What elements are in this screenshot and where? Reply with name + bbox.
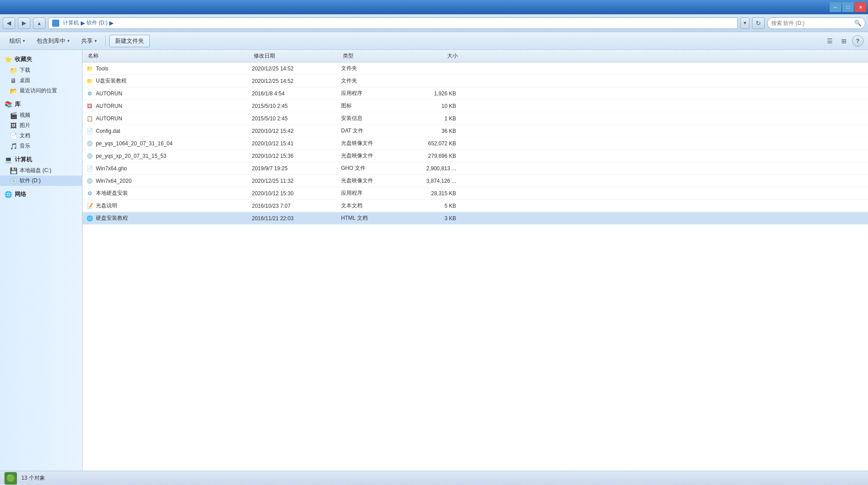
- file-size: 10 KB: [403, 103, 461, 109]
- status-count: 13 个对象: [21, 474, 45, 482]
- sidebar-header-favorites[interactable]: ⭐ 收藏夹: [0, 53, 82, 65]
- table-row[interactable]: ⚙ 本地硬盘安装 2020/10/12 15:30 应用程序 28,315 KB: [82, 187, 868, 200]
- video-label: 视频: [20, 111, 30, 119]
- table-row[interactable]: ⚙ AUTORUN 2016/1/8 4:54 应用程序 1,926 KB: [82, 87, 868, 100]
- sidebar-item-doc[interactable]: 📄 文档: [0, 131, 82, 141]
- file-type-icon: 🖼: [86, 103, 93, 110]
- network-label: 网络: [15, 190, 26, 198]
- view-grid-button[interactable]: ⊞: [838, 35, 850, 47]
- sidebar-item-music[interactable]: 🎵 音乐: [0, 141, 82, 151]
- recent-label: 最近访问的位置: [20, 87, 57, 95]
- table-row[interactable]: 📄 Win7x64.gho 2019/9/7 19:25 GHO 文件 2,90…: [82, 162, 868, 175]
- sidebar-item-local-c[interactable]: 💾 本地磁盘 (C:): [0, 165, 82, 176]
- file-type-icon: 📝: [86, 202, 93, 210]
- col-header-type[interactable]: 类型: [343, 52, 405, 60]
- table-row[interactable]: 💿 pe_yqs_1064_20_07_31_16_04 2020/10/12 …: [82, 137, 868, 150]
- file-type: 光盘映像文件: [341, 152, 403, 160]
- sidebar-item-download[interactable]: 📁 下载: [0, 65, 82, 75]
- download-icon: 📁: [10, 67, 17, 74]
- close-button[interactable]: ✕: [855, 2, 866, 12]
- file-type: GHO 文件: [341, 164, 403, 172]
- file-type: 文本文档: [341, 202, 403, 210]
- file-size: 1 KB: [403, 115, 461, 122]
- toolbar: 组织 ▾ 包含到库中 ▾ 共享 ▾ 新建文件夹 ☰ ⊞ ?: [0, 32, 868, 50]
- new-folder-button[interactable]: 新建文件夹: [109, 35, 150, 47]
- table-row[interactable]: 🖼 AUTORUN 2015/5/10 2:45 图标 10 KB: [82, 100, 868, 112]
- file-date: 2020/10/12 15:41: [252, 140, 341, 147]
- up-button[interactable]: ▲: [33, 17, 45, 29]
- back-button[interactable]: ◀: [3, 17, 15, 29]
- doc-label: 文档: [20, 132, 30, 140]
- download-label: 下载: [20, 66, 30, 74]
- organize-arrow: ▾: [23, 38, 25, 43]
- refresh-button[interactable]: ↻: [752, 17, 765, 29]
- search-icon[interactable]: 🔍: [854, 20, 861, 26]
- forward-button[interactable]: ▶: [18, 17, 30, 29]
- table-row[interactable]: 📝 光盘说明 2016/10/23 7:07 文本文档 5 KB: [82, 200, 868, 212]
- include-library-button[interactable]: 包含到库中 ▾: [32, 35, 74, 47]
- breadcrumb-computer[interactable]: 计算机: [63, 19, 79, 27]
- breadcrumb-drive[interactable]: 软件 (D:): [86, 19, 107, 27]
- sidebar: ⭐ 收藏夹 📁 下载 🖥 桌面 📂 最近访问的位置 📚 库: [0, 50, 82, 471]
- search-input[interactable]: [771, 20, 852, 26]
- file-name: AUTORUN: [96, 90, 122, 97]
- sidebar-header-library[interactable]: 📚 库: [0, 99, 82, 110]
- include-arrow: ▾: [67, 38, 70, 43]
- search-box: 🔍: [767, 17, 865, 29]
- main-layout: ⭐ 收藏夹 📁 下载 🖥 桌面 📂 最近访问的位置 📚 库: [0, 50, 868, 471]
- file-name-cell: ⚙ 本地硬盘安装: [82, 189, 252, 197]
- file-type: 光盘映像文件: [341, 177, 403, 185]
- share-button[interactable]: 共享 ▾: [76, 35, 102, 47]
- table-row[interactable]: 📁 Tools 2020/12/25 14:52 文件夹: [82, 62, 868, 75]
- breadcrumb-computer-icon: [52, 20, 59, 27]
- file-name: 本地硬盘安装: [96, 189, 128, 197]
- music-icon: 🎵: [10, 143, 17, 150]
- file-name: Tools: [96, 66, 108, 72]
- maximize-button[interactable]: □: [842, 2, 854, 12]
- file-name: pe_yqs_1064_20_07_31_16_04: [96, 140, 173, 147]
- file-name: 光盘说明: [96, 202, 117, 210]
- file-name-cell: 📁 Tools: [82, 65, 252, 72]
- help-button[interactable]: ?: [852, 35, 864, 47]
- file-type-icon: 📁: [86, 65, 93, 72]
- file-size: 1,926 KB: [403, 90, 461, 97]
- file-date: 2020/10/12 15:30: [252, 190, 341, 197]
- address-dropdown[interactable]: ▼: [740, 17, 749, 29]
- sidebar-header-computer[interactable]: 💻 计算机: [0, 154, 82, 165]
- minimize-button[interactable]: ─: [830, 2, 841, 12]
- sidebar-section-library: 📚 库 🎬 视频 🖼 图片 📄 文档 🎵 音乐: [0, 99, 82, 151]
- drive-c-icon: 💾: [10, 167, 17, 174]
- organize-button[interactable]: 组织 ▾: [4, 35, 30, 47]
- desktop-icon: 🖥: [10, 77, 17, 84]
- table-row[interactable]: 💿 Win7x64_2020 2020/12/25 11:32 光盘映像文件 3…: [82, 175, 868, 187]
- file-name-cell: 💿 pe_yqs_xp_20_07_31_15_53: [82, 152, 252, 160]
- file-name: Config.dat: [96, 128, 120, 134]
- file-date: 2020/10/12 15:42: [252, 128, 341, 134]
- favorites-label: 收藏夹: [15, 55, 32, 63]
- sidebar-item-video[interactable]: 🎬 视频: [0, 110, 82, 120]
- file-name: AUTORUN: [96, 103, 122, 109]
- file-name: 硬盘安装教程: [96, 214, 128, 222]
- sidebar-item-local-d[interactable]: 💿 软件 (D:): [0, 176, 82, 186]
- table-row[interactable]: 📋 AUTORUN 2015/5/10 2:45 安装信息 1 KB: [82, 112, 868, 125]
- sidebar-header-network[interactable]: 🌐 网络: [0, 189, 82, 200]
- col-header-size[interactable]: 大小: [405, 52, 463, 60]
- addressbar: ◀ ▶ ▲ 计算机 ▶ 软件 (D:) ▶ ▼ ↻ 🔍: [0, 14, 868, 32]
- file-type: 图标: [341, 102, 403, 110]
- col-header-name[interactable]: 名称: [84, 52, 254, 60]
- titlebar-buttons: ─ □ ✕: [830, 2, 866, 12]
- sidebar-item-recent[interactable]: 📂 最近访问的位置: [0, 86, 82, 96]
- sidebar-item-desktop[interactable]: 🖥 桌面: [0, 75, 82, 86]
- statusbar: 🟢 13 个对象: [0, 471, 868, 485]
- computer-icon: 💻: [4, 156, 12, 163]
- table-row[interactable]: 💿 pe_yqs_xp_20_07_31_15_53 2020/10/12 15…: [82, 150, 868, 162]
- breadcrumb-bar: 计算机 ▶ 软件 (D:) ▶: [48, 17, 738, 29]
- table-row[interactable]: 📄 Config.dat 2020/10/12 15:42 DAT 文件 36 …: [82, 125, 868, 137]
- file-name-cell: 🖼 AUTORUN: [82, 103, 252, 110]
- view-toggle-button[interactable]: ☰: [823, 35, 836, 47]
- file-name-cell: 💿 Win7x64_2020: [82, 177, 252, 185]
- table-row[interactable]: 📁 U盘安装教程 2020/12/25 14:52 文件夹: [82, 75, 868, 87]
- table-row[interactable]: 🌐 硬盘安装教程 2016/11/21 22:03 HTML 文档 3 KB: [82, 212, 868, 225]
- sidebar-item-image[interactable]: 🖼 图片: [0, 120, 82, 131]
- col-header-date[interactable]: 修改日期: [254, 52, 343, 60]
